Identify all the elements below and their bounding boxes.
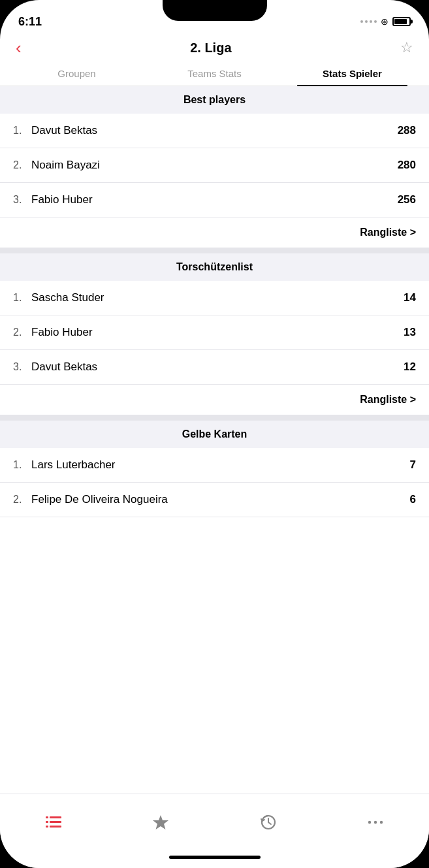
table-row: 2. Felipe De Oliveira Nogueira 6 [0, 483, 429, 517]
back-button[interactable]: ‹ [16, 39, 22, 56]
player-name-t2: Fabio Huber [31, 326, 404, 339]
home-indicator [0, 846, 429, 868]
tab-bar: Groupen Teams Stats Stats Spieler [0, 61, 429, 86]
history-icon [260, 814, 277, 835]
star-icon [152, 814, 169, 835]
table-row: 2. Fabio Huber 13 [0, 315, 429, 350]
more-icon [367, 814, 384, 835]
player-name-t3: Davut Bektas [31, 361, 404, 374]
table-row: 2. Noaim Bayazi 280 [0, 148, 429, 183]
tab-groupen[interactable]: Groupen [8, 61, 146, 86]
battery-icon [392, 17, 411, 26]
content-area: Best players 1. Davut Bektas 288 2. Noai… [0, 86, 429, 794]
player-score-2: 280 [398, 159, 416, 172]
list-icon [44, 814, 63, 834]
player-name-2: Noaim Bayazi [31, 159, 398, 172]
rangliste-link-1[interactable]: Rangliste > [0, 217, 429, 248]
table-row: 3. Fabio Huber 256 [0, 183, 429, 217]
rank-2: 2. [13, 159, 31, 171]
section-header-torschuetzenlist: Torschützenlist [0, 253, 429, 281]
svg-rect-5 [50, 826, 61, 828]
bottom-tab-history[interactable] [215, 814, 322, 835]
player-score-t2: 13 [404, 326, 416, 339]
signal-icon [360, 20, 377, 23]
table-row: 1. Lars Luterbacher 7 [0, 448, 429, 483]
phone-frame: 6:11 ⊛ ‹ 2. Liga ☆ Groupen Teams Stats [0, 0, 429, 868]
player-score-t1: 14 [404, 291, 416, 304]
player-score-t3: 12 [404, 361, 416, 374]
rank-g2: 2. [13, 494, 31, 506]
player-score-g2: 6 [410, 493, 416, 506]
svg-point-10 [380, 820, 383, 823]
rangliste-link-2[interactable]: Rangliste > [0, 385, 429, 415]
section-header-gelbe-karten: Gelbe Karten [0, 421, 429, 448]
tab-teams-stats[interactable]: Teams Stats [146, 61, 283, 86]
rank-t2: 2. [13, 327, 31, 338]
table-row: 1. Sascha Studer 14 [0, 281, 429, 315]
svg-rect-1 [50, 816, 61, 818]
wifi-icon: ⊛ [381, 16, 389, 27]
svg-point-8 [368, 820, 371, 823]
section-divider-2 [0, 415, 429, 421]
player-name-1: Davut Bektas [31, 124, 398, 137]
nav-title: 2. Liga [190, 40, 231, 56]
rank-t1: 1. [13, 292, 31, 304]
player-score-3: 256 [398, 193, 416, 206]
player-score-1: 288 [398, 124, 416, 137]
bottom-tab-list[interactable] [0, 814, 107, 834]
svg-marker-6 [153, 815, 168, 829]
status-time: 6:11 [18, 15, 42, 29]
player-score-g1: 7 [410, 458, 416, 472]
bottom-tab-more[interactable] [322, 814, 429, 835]
notch [163, 0, 267, 21]
favorite-button[interactable]: ☆ [400, 39, 413, 56]
tab-stats-spieler[interactable]: Stats Spieler [283, 61, 421, 86]
player-name-g1: Lars Luterbacher [31, 458, 410, 472]
svg-rect-4 [46, 826, 48, 828]
player-name-t1: Sascha Studer [31, 291, 404, 304]
section-header-best-players: Best players [0, 86, 429, 114]
section-divider-1 [0, 248, 429, 253]
svg-rect-2 [46, 821, 48, 823]
player-name-g2: Felipe De Oliveira Nogueira [31, 493, 410, 506]
player-name-3: Fabio Huber [31, 193, 398, 206]
rank-t3: 3. [13, 361, 31, 373]
home-bar [169, 856, 261, 859]
rank-1: 1. [13, 125, 31, 137]
table-row: 1. Davut Bektas 288 [0, 114, 429, 148]
bottom-tab-bar [0, 794, 429, 846]
nav-bar: ‹ 2. Liga ☆ [0, 34, 429, 61]
svg-rect-3 [50, 821, 61, 823]
svg-rect-0 [46, 816, 48, 818]
rank-g1: 1. [13, 459, 31, 471]
table-row: 3. Davut Bektas 12 [0, 350, 429, 385]
bottom-tab-favorites[interactable] [107, 814, 214, 835]
rank-3: 3. [13, 194, 31, 206]
status-icons: ⊛ [360, 16, 411, 27]
svg-point-9 [374, 820, 377, 823]
